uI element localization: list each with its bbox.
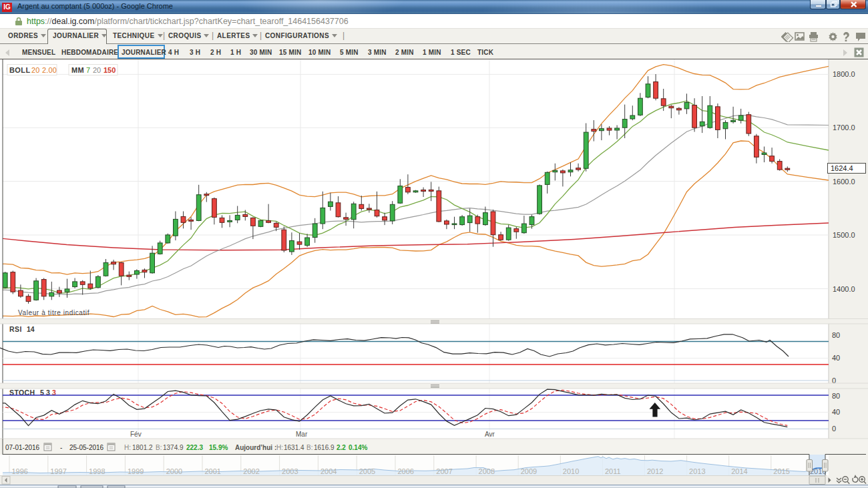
svg-text:40: 40 [832, 354, 840, 362]
svg-text:Aujourd’hui :: Aujourd’hui : [235, 444, 276, 451]
svg-text:B:: B: [156, 444, 162, 451]
svg-text:2014: 2014 [731, 467, 747, 475]
svg-text:1500.0: 1500.0 [833, 231, 855, 239]
svg-text:1999: 1999 [128, 467, 144, 475]
svg-text:Mar: Mar [296, 431, 308, 438]
svg-text:1700.0: 1700.0 [833, 124, 855, 132]
svg-text:20: 20 [93, 66, 101, 74]
svg-text:222.3: 222.3 [186, 444, 203, 451]
svg-text:2011: 2011 [605, 467, 621, 475]
svg-text:2004: 2004 [320, 467, 337, 475]
svg-text:1631.4: 1631.4 [284, 444, 304, 451]
svg-text:B:: B: [306, 444, 312, 451]
svg-text:1600.0: 1600.0 [833, 178, 855, 186]
svg-text:0.14%: 0.14% [349, 444, 367, 451]
svg-text:2.2: 2.2 [337, 444, 346, 451]
svg-text:-: - [60, 444, 62, 451]
svg-text:2009: 2009 [521, 467, 537, 475]
svg-text:2001: 2001 [205, 467, 221, 475]
svg-text:25-05-2016: 25-05-2016 [69, 444, 104, 451]
svg-text:1624.4: 1624.4 [831, 164, 853, 172]
svg-text:2006: 2006 [398, 467, 414, 475]
svg-text:Fév: Fév [130, 431, 142, 438]
svg-text:1800.0: 1800.0 [833, 70, 855, 78]
svg-text:2007: 2007 [436, 467, 452, 475]
svg-text:2003: 2003 [282, 467, 298, 475]
svg-text:14: 14 [27, 325, 35, 333]
svg-text:1400.0: 1400.0 [833, 285, 855, 293]
svg-text:80: 80 [832, 392, 840, 400]
svg-text:Avr: Avr [485, 431, 495, 438]
svg-text:2012: 2012 [647, 467, 663, 475]
svg-text:BOLL: BOLL [9, 66, 31, 74]
svg-text:2013: 2013 [689, 467, 705, 475]
svg-text:RSI: RSI [9, 325, 22, 333]
svg-text:2010: 2010 [563, 467, 579, 475]
svg-text:1801.2: 1801.2 [132, 444, 153, 451]
svg-text:1616.9: 1616.9 [314, 444, 335, 451]
svg-text:7: 7 [86, 66, 90, 74]
svg-text:2008: 2008 [479, 467, 495, 475]
svg-text:2002: 2002 [243, 467, 259, 475]
svg-text:H:: H: [124, 444, 131, 451]
svg-text:2015: 2015 [773, 467, 789, 475]
svg-text:0: 0 [832, 425, 836, 433]
svg-text:H:: H: [276, 444, 283, 451]
svg-text:150: 150 [103, 66, 116, 74]
svg-text:1997: 1997 [50, 467, 66, 475]
svg-text:MM: MM [71, 66, 84, 74]
svg-text:2000: 2000 [166, 467, 182, 475]
svg-text:Valeur à titre indicatif: Valeur à titre indicatif [18, 309, 89, 316]
svg-text:07-01-2016: 07-01-2016 [5, 444, 40, 451]
svg-text:2005: 2005 [359, 467, 375, 475]
svg-text:15.9%: 15.9% [209, 444, 228, 451]
svg-text:1998: 1998 [89, 467, 105, 475]
svg-text:80: 80 [832, 331, 840, 339]
svg-text:1374.9: 1374.9 [163, 444, 184, 451]
svg-text:40: 40 [832, 408, 840, 416]
svg-text:1996: 1996 [12, 467, 28, 475]
svg-text:20 2.00: 20 2.00 [31, 66, 57, 74]
